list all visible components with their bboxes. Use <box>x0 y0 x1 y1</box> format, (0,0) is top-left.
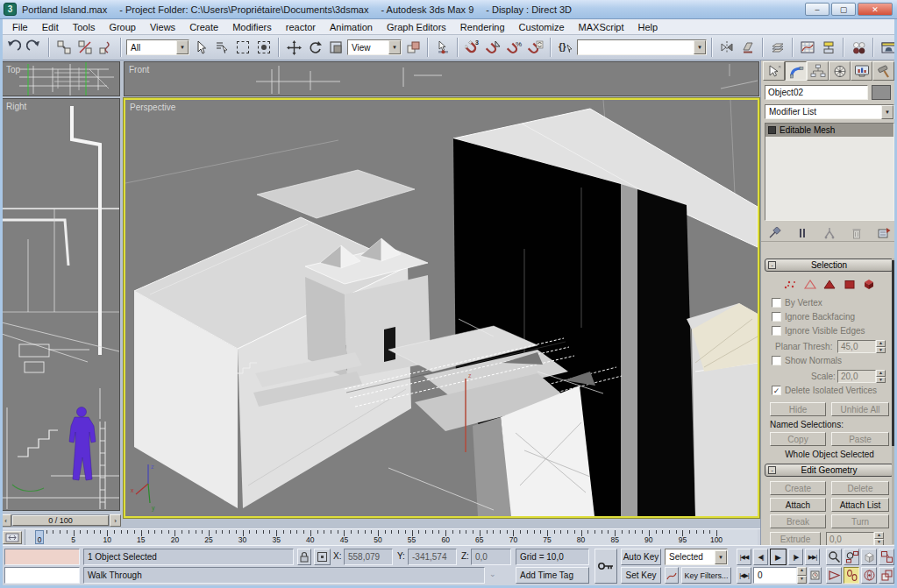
show-end-result-icon[interactable] <box>794 225 811 240</box>
modifier-stack[interactable]: Editable Mesh <box>765 123 894 221</box>
auto-key-button[interactable]: Auto Key <box>621 549 661 565</box>
menu-animation[interactable]: Animation <box>323 21 380 33</box>
menu-views[interactable]: Views <box>143 21 182 33</box>
material-editor-icon[interactable] <box>849 38 868 57</box>
spinner-snap-toggle-icon[interactable] <box>526 38 545 57</box>
track-bar[interactable]: 0510152025303540455055606570758085909510… <box>0 528 760 545</box>
y-coordinate-field[interactable]: -341,574 <box>408 549 457 565</box>
undo-icon[interactable] <box>4 38 23 57</box>
zoom-extents-all-icon[interactable] <box>879 549 894 565</box>
viewport-top-label[interactable]: Top <box>6 65 20 74</box>
viewport-right[interactable]: Right <box>1 98 120 511</box>
collapse-icon[interactable]: - <box>768 466 776 474</box>
zoom-all-icon[interactable] <box>844 549 859 565</box>
minimize-button[interactable]: – <box>805 3 829 16</box>
snap-toggle-3d-icon[interactable]: 3 <box>463 38 482 57</box>
x-coordinate-field[interactable]: 558,079 <box>344 549 393 565</box>
copy-button[interactable]: Copy <box>770 432 826 446</box>
time-slider-handle[interactable]: 0 / 100 <box>12 515 109 526</box>
select-and-manipulate-icon[interactable] <box>433 38 452 57</box>
menu-modifiers[interactable]: Modifiers <box>225 21 279 33</box>
angle-snap-toggle-icon[interactable] <box>484 38 503 57</box>
previous-frame-button[interactable]: ◀|| <box>753 549 768 565</box>
redo-icon[interactable] <box>25 38 44 57</box>
scale-spinner[interactable]: 20,0 ▲▼ <box>837 370 886 383</box>
selection-rollout-header[interactable]: - Selection <box>765 259 893 272</box>
spinner-arrows[interactable]: ▲▼ <box>876 370 886 383</box>
selection-lock-icon[interactable] <box>297 549 311 565</box>
reference-coordinate-dropdown[interactable]: View ▼ <box>347 39 402 55</box>
align-icon[interactable] <box>738 38 758 57</box>
layer-manager-icon[interactable] <box>768 38 787 57</box>
key-mode-toggle-button[interactable]: |◀▶| <box>737 567 751 584</box>
spinner-arrows[interactable]: ▲▼ <box>874 532 884 546</box>
zoom-icon[interactable] <box>826 549 842 565</box>
play-animation-button[interactable]: ▶ <box>770 549 787 565</box>
viewport-right-label[interactable]: Right <box>6 102 26 111</box>
by-vertex-checkbox[interactable]: By Vertex <box>772 298 822 308</box>
tab-create[interactable] <box>763 61 785 81</box>
open-mini-curve-editor-icon[interactable] <box>3 531 22 544</box>
menu-help[interactable]: Help <box>631 21 666 33</box>
dropdown-arrow-icon[interactable]: ▼ <box>881 105 893 119</box>
viewport-perspective-label[interactable]: Perspective <box>130 103 175 112</box>
maximize-viewport-toggle-icon[interactable] <box>879 567 894 584</box>
object-name-field[interactable]: Object02 <box>765 85 868 100</box>
time-slider-next-arrow[interactable]: › <box>110 514 121 527</box>
spinner-arrows[interactable]: ▲▼ <box>876 340 886 353</box>
menu-graph-editors[interactable]: Graph Editors <box>380 21 453 33</box>
ignore-backfacing-checkbox[interactable]: Ignore Backfacing <box>772 312 855 322</box>
menu-maxscript[interactable]: MAXScript <box>572 21 631 33</box>
maximize-button[interactable]: ▢ <box>831 3 856 16</box>
dropdown-arrow-icon[interactable]: ▼ <box>715 550 727 564</box>
rectangular-selection-region-icon[interactable] <box>233 38 253 57</box>
bind-to-space-warp-icon[interactable] <box>96 38 116 57</box>
default-in-out-tangent-icon[interactable] <box>665 567 679 584</box>
edge-subobject-icon[interactable] <box>802 277 818 291</box>
time-slider-track[interactable]: 0 / 100 <box>11 514 110 527</box>
schematic-view-icon[interactable] <box>819 38 838 57</box>
title-bar[interactable]: 3 Portland Island.max - Project Folder: … <box>0 0 897 19</box>
viewport-top[interactable]: Top <box>1 61 120 96</box>
menu-create[interactable]: Create <box>182 21 225 33</box>
ignore-visible-edges-checkbox[interactable]: Ignore Visible Edges <box>772 326 865 336</box>
percent-snap-toggle-icon[interactable]: % <box>505 38 524 57</box>
curve-editor-icon[interactable] <box>798 38 817 57</box>
create-button[interactable]: Create <box>770 481 826 495</box>
viewport-front[interactable]: Front <box>124 61 759 96</box>
mirror-icon[interactable] <box>717 38 737 57</box>
hide-button[interactable]: Hide <box>770 402 826 416</box>
paste-button[interactable]: Paste <box>831 432 889 446</box>
tab-motion[interactable] <box>829 61 851 81</box>
field-of-view-icon[interactable] <box>826 567 842 584</box>
edit-named-selection-sets-icon[interactable]: {} <box>556 38 575 57</box>
dropdown-arrow-icon[interactable]: ▼ <box>388 40 401 54</box>
attach-button[interactable]: Attach <box>770 498 826 512</box>
zoom-extents-icon[interactable] <box>861 549 877 565</box>
menu-group[interactable]: Group <box>102 21 143 33</box>
go-to-start-button[interactable]: |◀◀ <box>737 549 751 565</box>
select-and-move-icon[interactable] <box>284 38 303 57</box>
tab-display[interactable] <box>851 61 872 81</box>
select-and-link-icon[interactable] <box>54 38 74 57</box>
viewport-perspective[interactable]: Perspective <box>124 98 759 518</box>
macro-recorder-box[interactable] <box>4 549 80 565</box>
select-object-icon[interactable] <box>191 38 210 57</box>
configure-modifier-sets-icon[interactable] <box>875 225 893 240</box>
unhide-all-button[interactable]: Unhide All <box>831 402 889 416</box>
tab-hierarchy[interactable] <box>807 61 829 81</box>
break-button[interactable]: Break <box>770 514 826 528</box>
attach-list-button[interactable]: Attach List <box>831 498 889 512</box>
modifier-list-dropdown[interactable]: Modifier List ▼ <box>765 104 894 119</box>
tab-modify[interactable] <box>785 61 807 81</box>
next-frame-button[interactable]: ||▶ <box>788 549 803 565</box>
remove-modifier-icon[interactable] <box>848 225 865 240</box>
dropdown-arrow-icon[interactable]: ▼ <box>176 40 189 54</box>
time-configuration-icon[interactable] <box>808 567 822 584</box>
set-key-button[interactable]: Set Key <box>621 567 661 584</box>
unlink-selection-icon[interactable] <box>75 38 95 57</box>
select-by-name-icon[interactable] <box>212 38 231 57</box>
window-crossing-toggle-icon[interactable] <box>254 38 274 57</box>
maxscript-listener-box[interactable] <box>4 567 80 584</box>
extrude-button[interactable]: Extrude <box>770 532 821 546</box>
